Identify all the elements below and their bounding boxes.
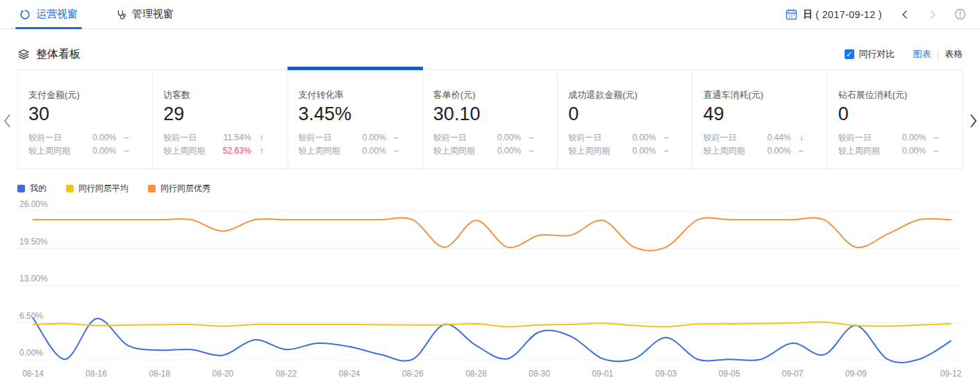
view-separator: | [937, 49, 939, 60]
metric-value: 29 [163, 104, 277, 125]
card-avg-order-value[interactable]: 客单价(元) 30.10 较前一日0.00%– 较上周同期0.00%– [423, 70, 558, 168]
compare-label: 较上周同期 [163, 144, 223, 158]
date-granularity[interactable]: 日 [803, 8, 813, 21]
legend-swatch-blue [17, 185, 25, 192]
compare-label: 较上周同期 [299, 144, 363, 158]
metric-value: 0 [568, 104, 682, 125]
conversion-trend-chart[interactable]: 0.00%6.50%13.00%19.50%26.00%08-1408-1608… [17, 200, 963, 385]
x-axis-tick: 08-16 [85, 369, 107, 379]
compare-row: 较上周同期0.00%– [703, 144, 817, 158]
compare-row: 较上周同期0.00%– [838, 144, 952, 158]
x-axis-tick: 08-28 [465, 369, 487, 379]
compare-label: 较前一日 [433, 131, 497, 144]
x-axis-tick: 09-09 [845, 369, 867, 379]
tab-label: 管理视窗 [132, 8, 174, 21]
trend-icon: – [116, 131, 128, 144]
card-refund-amount[interactable]: 成功退款金额(元) 0 较前一日0.00%– 较上周同期0.00%– [558, 70, 692, 168]
metric-title: 直通车消耗(元) [703, 89, 817, 101]
y-axis-tick: 26.00% [19, 200, 48, 209]
compare-label: 较上周同期 [703, 144, 767, 158]
compare-label: 较上周同期 [433, 144, 497, 158]
next-date-button[interactable] [928, 9, 938, 20]
chart-legend: 我的 同行同层平均 同行同层优秀 [17, 183, 963, 194]
legend-label: 我的 [30, 183, 47, 194]
trend-icon: – [791, 144, 804, 158]
x-axis-tick: 08-22 [276, 369, 297, 379]
trend-icon: – [386, 131, 399, 144]
card-conversion-rate[interactable]: 支付转化率 3.45% 较前一日0.00%– 较上周同期0.00%– [288, 70, 423, 168]
card-visitors[interactable]: 访客数 29 较前一日11.54%↑ 较上周同期52.63%↑ [153, 70, 288, 168]
legend-item-mine[interactable]: 我的 [17, 183, 47, 194]
legend-label: 同行同层平均 [78, 183, 128, 194]
board-header: 整体看板 ✓ 同行对比 图表 | 表格 [17, 40, 963, 68]
compare-value: 0.00% [767, 144, 791, 158]
metric-value: 49 [703, 104, 817, 125]
compare-row: 较上周同期0.00%– [433, 144, 547, 158]
tab-label: 运营视窗 [36, 8, 78, 21]
date-value[interactable]: ( 2017-09-12 ) [815, 9, 882, 20]
x-axis-tick: 09-12 [940, 369, 962, 379]
compare-label: 较前一日 [838, 131, 902, 144]
operations-view-icon [19, 9, 31, 20]
view-table-link[interactable]: 表格 [945, 48, 963, 60]
x-axis-tick: 08-14 [22, 369, 44, 379]
compare-label: 较前一日 [703, 131, 767, 144]
top-nav: 运营视窗 管理视窗 日 ( 2017-09-12 ) [0, 0, 980, 29]
compare-label: 较前一日 [299, 131, 363, 144]
tab-operations-view[interactable]: 运营视窗 [19, 0, 78, 29]
legend-label: 同行同层优秀 [160, 183, 210, 194]
compare-row: 较前一日0.44%↓ [703, 131, 817, 144]
compare-value: 0.00% [92, 144, 116, 158]
compare-row: 较上周同期0.00%– [568, 144, 682, 158]
prev-date-button[interactable] [900, 9, 910, 20]
compare-row: 较前一日0.00%– [838, 131, 952, 144]
metric-title: 支付转化率 [299, 89, 413, 101]
metric-title: 钻石展位消耗(元) [838, 89, 952, 101]
compare-row: 较上周同期52.63%↑ [163, 144, 277, 158]
view-chart-link[interactable]: 图表 [913, 48, 931, 60]
trend-icon: – [521, 144, 533, 158]
metric-cards-row: 支付金额(元) 30 较前一日0.00%– 较上周同期0.00%– 访客数 29… [17, 69, 963, 169]
metric-title: 客单价(元) [433, 89, 547, 101]
legend-item-peer-average[interactable]: 同行同层平均 [66, 183, 128, 194]
info-icon[interactable] [954, 8, 966, 20]
x-axis-tick: 08-26 [402, 369, 424, 379]
card-diamond-spend[interactable]: 钻石展位消耗(元) 0 较前一日0.00%– 较上周同期0.00%– [828, 70, 962, 168]
compare-value: 0.00% [632, 144, 656, 158]
legend-swatch-orange [148, 185, 156, 192]
compare-row: 较前一日0.00%– [28, 131, 142, 144]
compare-row: 较上周同期0.00%– [299, 144, 413, 158]
peer-compare-checkbox[interactable]: ✓ [845, 49, 854, 59]
trend-icon: – [386, 144, 399, 158]
trend-icon: ↓ [791, 131, 804, 144]
x-axis-tick: 08-24 [339, 369, 360, 379]
legend-swatch-yellow [66, 185, 74, 192]
compare-row: 较前一日11.54%↑ [163, 131, 277, 144]
compare-label: 较上周同期 [28, 144, 92, 158]
peer-compare-label[interactable]: 同行对比 [859, 48, 895, 60]
metric-title: 成功退款金额(元) [568, 89, 682, 101]
cards-scroll-left-button[interactable] [3, 113, 12, 132]
compare-value: 0.00% [632, 131, 656, 144]
y-axis-tick: 13.00% [19, 274, 48, 283]
card-ztc-spend[interactable]: 直通车消耗(元) 49 较前一日0.44%↓ 较上周同期0.00%– [692, 70, 827, 168]
compare-label: 较前一日 [568, 131, 632, 144]
compare-value: 0.00% [902, 144, 926, 158]
legend-item-peer-excellent[interactable]: 同行同层优秀 [148, 183, 210, 194]
x-axis-tick: 08-20 [213, 369, 234, 379]
series-line-同行同层优秀 [33, 217, 952, 250]
card-payment-amount[interactable]: 支付金额(元) 30 较前一日0.00%– 较上周同期0.00%– [18, 70, 153, 168]
metric-value: 0 [838, 104, 952, 125]
compare-label: 较上周同期 [838, 144, 902, 158]
trend-icon: – [656, 131, 668, 144]
cards-scroll-right-button[interactable] [969, 113, 978, 132]
compare-value: 0.00% [497, 131, 521, 144]
compare-value: 0.00% [363, 131, 386, 144]
calendar-icon[interactable] [786, 8, 797, 20]
compare-value: 0.00% [92, 131, 116, 144]
compare-row: 较前一日0.00%– [433, 131, 547, 144]
compare-value: 0.00% [363, 144, 386, 158]
compare-label: 较上周同期 [568, 144, 632, 158]
compare-value: 0.00% [902, 131, 926, 144]
tab-management-view[interactable]: 管理视窗 [115, 0, 174, 29]
